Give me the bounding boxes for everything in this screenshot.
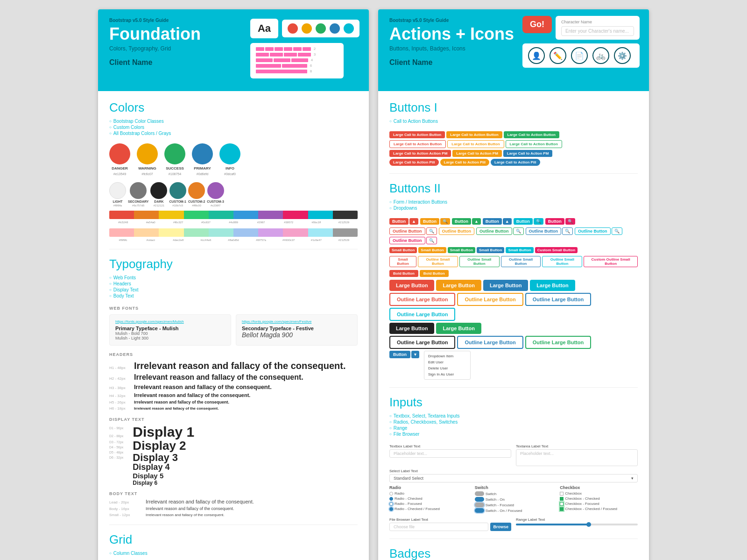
sm-btn-danger-icon[interactable]: ▲ (409, 218, 418, 225)
typo-option-1[interactable]: Web Fonts (109, 275, 358, 280)
dropdown-chevron-btn[interactable]: ▾ (411, 351, 419, 358)
sm-btn-success-icon[interactable]: ▲ (472, 218, 481, 225)
cta-pill-primary[interactable]: Large Call to Action Pill (491, 159, 540, 166)
cta-pm-warning[interactable]: Large Call to Action PM (452, 150, 502, 157)
sm-outline-cy-btn[interactable]: Outline Small Button (542, 256, 582, 267)
buttons2-option-1[interactable]: Form / Interaction Buttons (389, 199, 638, 205)
icon-bike[interactable]: 🚲 (592, 47, 609, 64)
typo-option-4[interactable]: Body Text (109, 293, 358, 298)
textarea-input[interactable]: Placeholder text... (516, 449, 638, 466)
sm-outline-info[interactable]: Outline Button (575, 227, 611, 235)
cta-btn-success[interactable]: Large Call to Action Button (504, 131, 559, 138)
sm-outline-danger-icon[interactable]: 🔍 (426, 227, 437, 235)
sm-blue-btn[interactable]: Small Button (477, 247, 504, 253)
sm-outline-pink[interactable]: Outline Button (389, 237, 425, 244)
color-option-3[interactable]: All Bootstrap Colors / Grays (109, 131, 358, 136)
lg-btn-warning[interactable]: Large Button (436, 280, 481, 291)
sm-outline-rd-btn[interactable]: Small Button (389, 256, 416, 267)
cta-outline-warning[interactable]: Large Call to Action Button (447, 140, 504, 148)
input-option-3[interactable]: Range (389, 425, 638, 431)
lg-btn-primary[interactable]: Large Button (483, 280, 528, 291)
input-option-2[interactable]: Radios, Checkboxes, Switches (389, 419, 638, 425)
sm-btn-warning-icon[interactable]: 🔍 (440, 218, 450, 225)
color-option-1[interactable]: Bootstrap Color Classes (109, 119, 358, 124)
cta-outline-success[interactable]: Large Call to Action Button (506, 140, 562, 148)
sm-outline-info-icon[interactable]: 🔍 (612, 227, 622, 235)
sm-red-btn[interactable]: Small Button (389, 247, 417, 253)
sm-pink-btn[interactable]: Custom Small Button (535, 247, 578, 253)
icon-pencil[interactable]: ✏️ (550, 47, 566, 64)
sm-outline-primary-icon[interactable]: 🔍 (562, 227, 573, 235)
bold-btn-2[interactable]: Bold Button (420, 270, 449, 277)
sm-btn-primary[interactable]: Button (483, 218, 502, 225)
sm-yellow-btn[interactable]: Small Button (418, 247, 446, 253)
sm-outline-gr-btn[interactable]: Outline Small Button (459, 256, 500, 267)
type-preview: Aa (250, 19, 278, 38)
sm-green-btn[interactable]: Small Button (448, 247, 475, 253)
color-option-2[interactable]: Custom Colors (109, 125, 358, 130)
sm-outline-bl-btn[interactable]: Outline Small Button (501, 256, 541, 267)
lg-outline-primary-2[interactable]: Outline Large Button (457, 336, 523, 349)
cta-pm-danger[interactable]: Large Call to Action Action PM (389, 150, 451, 157)
sm-outline-success[interactable]: Outline Button (476, 227, 512, 235)
sm-btn-warning[interactable]: Button (420, 218, 439, 225)
lg-outline-warning[interactable]: Outline Large Button (457, 293, 523, 306)
go-button[interactable]: Go! (522, 16, 552, 33)
lg-btn-dark[interactable]: Large Button (389, 323, 434, 334)
range-slider[interactable] (516, 524, 638, 525)
sm-btn-danger[interactable]: Button (389, 218, 409, 225)
icon-gear[interactable]: ⚙️ (614, 47, 631, 64)
lg-btn-green[interactable]: Large Button (436, 323, 481, 334)
lg-outline-green[interactable]: Outline Large Button (525, 336, 591, 349)
sm-outline-yl-btn[interactable]: Outline Small Button (418, 256, 458, 267)
cta-pill-danger[interactable]: Large Call to Action Pill (389, 159, 439, 166)
select-input[interactable]: Standard Select ▾ (389, 474, 638, 482)
buttons2-option-2[interactable]: Dropdowns (389, 206, 638, 211)
sm-outline-success-icon[interactable]: 🔍 (513, 227, 524, 235)
primary-font-link[interactable]: https://fonts.google.com/specimen/Mulish (115, 319, 225, 324)
sm-btn-success[interactable]: Button (452, 218, 471, 225)
textbox-input[interactable]: Placeholder text... (389, 449, 511, 458)
cta-btn-warning[interactable]: Large Call to Action Button (446, 131, 502, 138)
lg-btn-danger[interactable]: Large Button (389, 280, 434, 291)
lg-btn-info[interactable]: Large Button (530, 280, 575, 291)
typo-option-2[interactable]: Headers (109, 281, 358, 286)
sm-btn-pink[interactable]: Button (545, 218, 564, 225)
sm-cyan-btn[interactable]: Small Button (506, 247, 533, 253)
cta-pm-primary[interactable]: Large Call to Action PM (503, 150, 553, 157)
sm-outline-primary[interactable]: Outline Button (526, 227, 562, 235)
icon-person[interactable]: 👤 (528, 47, 545, 64)
sm-btn-primary-icon[interactable]: ▲ (503, 218, 512, 225)
secondary-font-link[interactable]: https://fonts.google.com/specimen/Festiv… (242, 319, 352, 324)
char-input[interactable]: Enter your Character's name... (561, 26, 634, 36)
dropdown-item-4[interactable]: Sign In As User (424, 371, 470, 377)
icon-doc[interactable]: 📄 (571, 47, 588, 64)
sm-outline-danger[interactable]: Outline Button (389, 227, 425, 235)
sm-outline-pink-icon[interactable]: 🔍 (426, 237, 437, 244)
buttons1-option-1[interactable]: Call to Action Buttons (389, 119, 638, 124)
cta-btn-danger[interactable]: Large Call to Action Button (389, 131, 445, 138)
input-option-1[interactable]: Textbox, Select, Textarea Inputs (389, 413, 638, 418)
cta-outline-danger[interactable]: Large Call to Action Button (389, 140, 446, 148)
sm-btn-pink-icon[interactable]: 🔍 (565, 218, 575, 225)
bold-btn-1[interactable]: Bold Button (389, 270, 418, 277)
cta-pill-warning[interactable]: Large Call to Action Pill (440, 159, 490, 166)
dropdown-item-2[interactable]: Edit User (424, 359, 470, 365)
sm-outline-warning[interactable]: Outline Button (439, 227, 475, 235)
file-browse-btn[interactable]: Browse (490, 523, 511, 531)
typo-option-3[interactable]: Display Text (109, 287, 358, 292)
dropdown-main-btn[interactable]: Button (389, 351, 410, 358)
grid-option-1[interactable]: Column Classes (109, 551, 358, 556)
lg-outline-primary[interactable]: Outline Large Button (525, 293, 591, 306)
sm-btn-info-icon[interactable]: 🔍 (534, 218, 543, 225)
file-input[interactable]: Choose file (389, 523, 488, 531)
lg-outline-danger[interactable]: Outline Large Button (389, 293, 455, 306)
input-option-4[interactable]: File Browser (389, 432, 638, 437)
sm-outline-pk-btn[interactable]: Custom Outline Small Button (584, 256, 638, 267)
dropdown-item-1[interactable]: Dropdown Item (424, 353, 470, 359)
sm-btn-info[interactable]: Button (514, 218, 533, 225)
swatch-success-label: SUCCESS (166, 166, 184, 170)
lg-outline-info[interactable]: Outline Large Button (389, 308, 455, 321)
dropdown-item-3[interactable]: Delete User (424, 365, 470, 371)
lg-outline-dark[interactable]: Outline Large Button (389, 336, 455, 349)
